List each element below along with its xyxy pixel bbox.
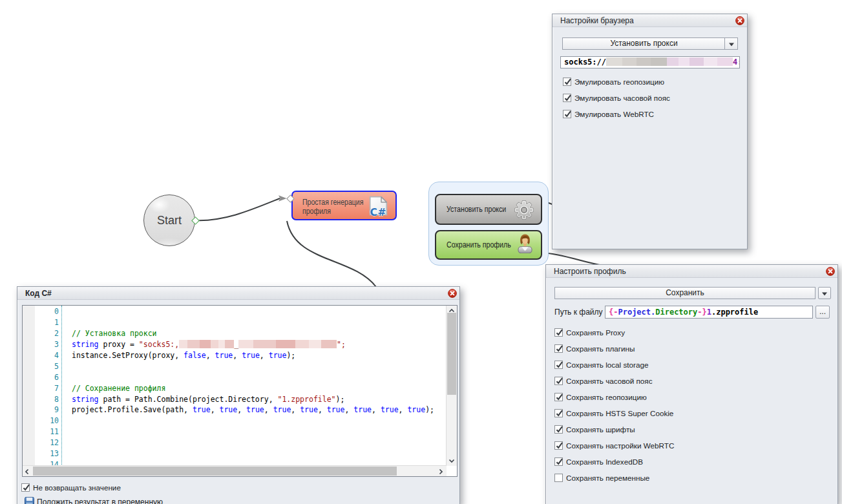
- checked-checkbox-icon[interactable]: [554, 361, 563, 369]
- checked-checkbox-icon[interactable]: [554, 409, 563, 417]
- csharp-node-label-line1: Простая генерация: [302, 198, 363, 207]
- checkbox-сохранять-часовой-пояс[interactable]: Сохранять часовой пояс: [554, 376, 653, 385]
- save-profile-node-label: Сохранить профиль: [447, 240, 511, 249]
- checkbox-label: Эмулировать геопозицию: [574, 78, 664, 86]
- checkbox-label: Не возвращать значение: [33, 483, 121, 492]
- code-panel-title: Код C#: [17, 287, 459, 300]
- editor-code[interactable]: // Установка проксиstring proxy = "socks…: [72, 306, 446, 470]
- save-dropdown-button[interactable]: [818, 287, 831, 299]
- set-proxy-node[interactable]: Установить прокси: [435, 194, 542, 225]
- checkbox-сохранять-hsts-super-cookie[interactable]: Сохранять HSTS Super Cookie: [554, 408, 673, 417]
- line-number: 5: [35, 361, 59, 372]
- browser-settings-panel: Настройки браузера Установить прокси soc…: [552, 14, 748, 249]
- chevron-down-glyph: [729, 43, 734, 46]
- unchecked-checkbox-icon[interactable]: [554, 474, 563, 482]
- line-number: 3: [35, 339, 59, 350]
- checked-checkbox-icon[interactable]: [21, 483, 30, 492]
- checkbox-label: Сохранять часовой пояс: [566, 377, 653, 385]
- save-action-label: Сохранить: [555, 288, 815, 299]
- checked-checkbox-icon[interactable]: [554, 441, 563, 450]
- checked-checkbox-icon[interactable]: [554, 344, 563, 353]
- line-number: 8: [35, 394, 59, 405]
- checked-checkbox-icon[interactable]: [554, 377, 563, 385]
- proxy-url-input[interactable]: socks5://4:: [560, 56, 740, 68]
- code-line: [72, 448, 446, 459]
- code-line: [72, 426, 446, 437]
- line-number: 2: [35, 328, 59, 339]
- svg-text:C#: C#: [370, 207, 386, 217]
- checkbox-эмулировать-часовой-пояс[interactable]: Эмулировать часовой пояс: [563, 93, 670, 102]
- code-line: instance.SetProxy(proxy, false, true, tr…: [72, 350, 446, 361]
- checked-checkbox-icon[interactable]: [554, 425, 563, 434]
- checked-checkbox-icon[interactable]: [554, 393, 563, 401]
- close-icon[interactable]: [826, 267, 835, 276]
- line-number: 9: [35, 404, 59, 415]
- horizontal-scrollbar[interactable]: [23, 465, 447, 476]
- scroll-right-icon[interactable]: [436, 466, 447, 476]
- redacted-code: [238, 340, 337, 348]
- checked-checkbox-icon[interactable]: [554, 328, 563, 337]
- checked-checkbox-icon[interactable]: [554, 457, 563, 466]
- checkbox-label: Сохранять плагины: [566, 344, 635, 353]
- code-line: project.Profile.Save(path, true, true, t…: [72, 404, 446, 415]
- close-icon[interactable]: [735, 16, 744, 25]
- configure-profile-panel: Настроить профиль Сохранить Путь к файлу…: [545, 264, 838, 504]
- person-icon: [518, 234, 532, 253]
- connector-start-to-csharp: [195, 198, 280, 220]
- checkbox-сохранять-proxy[interactable]: Сохранять Proxy: [554, 328, 625, 337]
- chevron-down-icon: [822, 292, 827, 295]
- start-node[interactable]: Start: [143, 194, 195, 246]
- horizontal-scroll-thumb[interactable]: [33, 467, 397, 476]
- profile-path-input[interactable]: {-Project.Directory-}1.zpprofile: [605, 306, 813, 319]
- code-line: [72, 361, 446, 372]
- checked-checkbox-icon[interactable]: [563, 110, 571, 118]
- line-number: 12: [35, 437, 59, 448]
- checkbox-label: Сохранять Proxy: [566, 328, 625, 337]
- close-icon[interactable]: [448, 289, 457, 298]
- code-line: [72, 437, 446, 448]
- code-line: [72, 317, 446, 328]
- checkbox-эмулировать-webrtc[interactable]: Эмулировать WebRTC: [563, 109, 654, 118]
- checkbox-сохранять-шрифты[interactable]: Сохранять шрифты: [554, 425, 635, 434]
- line-number: 1: [35, 317, 59, 328]
- node-group[interactable]: Установить прокси Сохранить профиль: [428, 182, 549, 266]
- checkbox-label: Сохранять переменные: [566, 474, 649, 482]
- checkbox-сохранять-настройки-webrtc[interactable]: Сохранять настройки WebRTC: [554, 441, 674, 450]
- vertical-scrollbar[interactable]: [446, 306, 457, 466]
- code-panel: Код C# 01234567891011121314 // Установка…: [17, 286, 460, 504]
- checkbox-сохранять-local-storage[interactable]: Сохранять local storage: [554, 360, 648, 369]
- checkbox-label: Эмулировать часовой пояс: [574, 94, 670, 102]
- variable-icon: [25, 497, 34, 504]
- scroll-down-icon[interactable]: [447, 456, 457, 466]
- editor-gutter: [23, 306, 35, 466]
- save-profile-node[interactable]: Сохранить профиль: [435, 230, 542, 260]
- set-proxy-action-label: Установить прокси: [563, 38, 725, 49]
- configure-profile-title: Настроить профиль: [546, 265, 837, 278]
- checkbox-сохранять-indexeddb[interactable]: Сохранять IndexedDB: [554, 457, 643, 466]
- redacted-proxy-value: [606, 58, 733, 66]
- checkbox-сохранять-плагины[interactable]: Сохранять плагины: [554, 344, 635, 353]
- line-number: 4: [35, 350, 59, 361]
- checkbox-сохранять-переменные[interactable]: Сохранять переменные: [554, 473, 649, 482]
- vertical-scroll-thumb[interactable]: [447, 313, 456, 395]
- result-variable-row[interactable]: Положить результат в переменную: [25, 497, 163, 504]
- chevron-down-icon[interactable]: [724, 38, 737, 49]
- checkbox-не-возвращать-значение[interactable]: Не возвращать значение: [21, 483, 121, 492]
- checkbox-эмулировать-геопозицию[interactable]: Эмулировать геопозицию: [563, 77, 664, 86]
- checkbox-label: Сохранять local storage: [566, 361, 648, 369]
- line-number-separator: [61, 306, 62, 466]
- code-editor[interactable]: 01234567891011121314 // Установка прокси…: [22, 305, 458, 477]
- line-number: 0: [35, 306, 59, 317]
- set-proxy-action-button[interactable]: Установить прокси: [562, 37, 738, 50]
- checked-checkbox-icon[interactable]: [563, 94, 571, 102]
- checkbox-сохранять-геопозицию[interactable]: Сохранять геопозицию: [554, 392, 647, 401]
- checked-checkbox-icon[interactable]: [563, 78, 571, 86]
- start-node-label: Start: [157, 214, 182, 227]
- save-action-button[interactable]: Сохранить: [554, 287, 816, 299]
- checkbox-label: Сохранять IndexedDB: [566, 457, 643, 466]
- browse-button[interactable]: ...: [816, 306, 830, 319]
- csharp-action-node[interactable]: Простая генерация профиля C#: [291, 191, 397, 220]
- csharp-node-label-line2: профиля: [302, 207, 363, 216]
- csharp-document-icon: C#: [368, 196, 389, 217]
- scroll-left-icon[interactable]: [23, 466, 33, 476]
